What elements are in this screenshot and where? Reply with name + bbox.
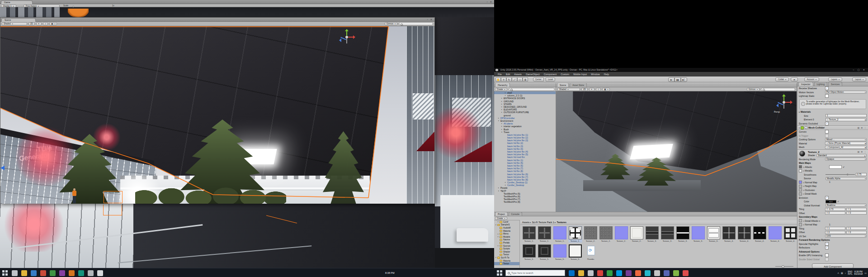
inspector-row[interactable]: Material None (Physic Material) xyxy=(797,142,868,146)
inspector-control[interactable]: Realtime xyxy=(826,204,867,207)
cloud-button[interactable]: ☁ xyxy=(791,77,798,81)
taskbar-clock[interactable]: 8:38 PM xyxy=(385,272,394,274)
tab-asset-store[interactable]: Asset Store xyxy=(570,83,587,87)
texture-asset[interactable]: Thumbs xyxy=(584,244,598,261)
inspector-control[interactable] xyxy=(829,165,867,169)
inspector-control[interactable] xyxy=(825,258,867,261)
taskbar-app-icon[interactable] xyxy=(31,270,37,276)
texture-asset[interactable]: Texture_5.. xyxy=(568,244,582,261)
scene-viewport[interactable]: TU/e Generator xyxy=(0,26,434,204)
folder-item[interactable]: Shader xyxy=(494,250,519,253)
taskbar-app-icon[interactable] xyxy=(645,270,651,276)
scene-viewport[interactable]: Persp xyxy=(556,91,797,212)
texture-asset[interactable]: Texture_2.. xyxy=(599,226,613,243)
add-component-button[interactable]: Add Component xyxy=(812,263,854,268)
menu-item[interactable]: Window xyxy=(589,73,602,76)
folder-item[interactable]: Materia xyxy=(494,259,519,263)
inspector-row[interactable]: Smoothness 0.75 xyxy=(797,173,868,177)
taskbar-clock[interactable]: 8:38 PM 8/2/2018 xyxy=(854,271,863,276)
tab-hierarchy[interactable]: Hierarchy xyxy=(495,83,510,87)
taskbar-app-icon[interactable] xyxy=(59,270,65,276)
inspector-row[interactable]: Offset 0 0 xyxy=(797,230,868,234)
inspector-row[interactable]: Is Trigger xyxy=(797,134,868,138)
network-icon[interactable]: ▦ xyxy=(841,272,843,274)
folder-item[interactable]: Prefab xyxy=(494,241,519,244)
unity-title-bar[interactable]: Unity 2018.2.0f1 Personal (64bit) - Osma… xyxy=(494,68,868,72)
inspector-row[interactable]: Global Illuminati Realtime xyxy=(797,204,868,208)
transform-tool-button[interactable]: ▭ xyxy=(517,77,523,81)
menu-item[interactable]: Custom xyxy=(559,73,571,76)
hierarchy-item[interactable]: TextMeshPro (8) xyxy=(494,201,556,203)
texture-asset[interactable]: Texture_5.. xyxy=(538,244,552,261)
inspector-row[interactable]: UV Set UV0 xyxy=(797,234,868,239)
layout-dropdown[interactable]: Layout xyxy=(852,77,866,81)
taskbar-app-icon[interactable] xyxy=(664,270,670,276)
toggle-2d-button[interactable]: 2D xyxy=(28,22,35,25)
inspector-row[interactable]: Lightmap Static xyxy=(797,94,868,98)
inspector-control[interactable]: 0 0 xyxy=(825,231,867,234)
folder-item[interactable]: Navme xyxy=(494,239,519,242)
breadcrumb-item[interactable]: Assets xyxy=(522,221,531,224)
inspector-control[interactable]: Component_42 xyxy=(825,146,867,149)
taskbar-app-icon[interactable] xyxy=(683,270,689,276)
inspector-row[interactable]: Occlusion xyxy=(797,188,868,192)
texture-asset[interactable]: Texture_3.. xyxy=(691,226,705,243)
inspector-control[interactable]: -0.73 1 xyxy=(825,208,867,211)
taskbar-app-icon[interactable] xyxy=(50,270,56,276)
inspector-control[interactable]: HDR xyxy=(826,200,867,203)
inspector-control[interactable] xyxy=(825,253,867,257)
inspector-control[interactable]: UV0 xyxy=(825,234,867,238)
texture-asset[interactable]: Texture_4.. xyxy=(737,226,751,243)
tab-lighting[interactable]: Lighting xyxy=(814,82,828,86)
texture-asset[interactable]: Texture_1.. xyxy=(568,226,582,243)
folder-item[interactable]: Materia xyxy=(494,229,519,233)
texture-asset[interactable]: Texture_5.. xyxy=(553,244,567,261)
taskbar-app-icon[interactable] xyxy=(78,270,84,276)
inspector-control[interactable]: 1 xyxy=(829,181,867,183)
shader-dropdown[interactable]: Standard xyxy=(816,154,867,157)
shading-mode-dropdown[interactable]: Shaded xyxy=(557,88,580,91)
notification-icon[interactable]: ▭ xyxy=(864,272,867,274)
texture-asset[interactable]: Texture_3.. xyxy=(660,226,675,243)
step-button[interactable]: ▶▏ xyxy=(681,77,687,82)
taskbar-app-icon[interactable] xyxy=(673,270,679,276)
inspector-control[interactable]: 1 1 xyxy=(825,227,867,230)
hierarchy-search-input[interactable] xyxy=(509,88,555,91)
taskbar-app-icon[interactable] xyxy=(626,270,632,276)
inspector-row[interactable]: Motion Vectors Per Object Motion xyxy=(797,91,868,95)
scene-search-input[interactable] xyxy=(399,22,433,25)
aspect-ratio-dropdown[interactable]: Free Aspect xyxy=(24,5,60,7)
pivot-toggle[interactable]: Center xyxy=(533,77,544,81)
tab-scene[interactable]: Scene xyxy=(1,18,36,22)
perspective-label[interactable]: Persp xyxy=(774,110,780,113)
inspector-control[interactable]: None (Physic Material) xyxy=(825,142,867,145)
taskbar-search-input[interactable]: Type here to search xyxy=(505,270,565,276)
inspector-row[interactable]: Detail Albedo x: xyxy=(797,219,868,223)
inspector-control[interactable] xyxy=(825,196,867,200)
inspector-control[interactable]: Opaque xyxy=(825,158,867,161)
inspector-row[interactable]: Offset 0 0 xyxy=(797,211,868,215)
taskbar-app-icon[interactable] xyxy=(88,270,94,276)
inspector-row[interactable]: Tiling -0.73 1 xyxy=(797,207,868,211)
tab-services[interactable]: Services xyxy=(828,82,842,86)
inspector-row[interactable]: Enable GPU Instancing xyxy=(797,253,868,258)
inspector-control[interactable] xyxy=(825,130,867,134)
transform-tool-button[interactable]: ✛ xyxy=(501,77,506,81)
texture-asset[interactable]: Texture_3.. xyxy=(707,226,721,243)
inspector-row[interactable]: Cooking Options Mixed ... xyxy=(797,138,868,142)
tab-console[interactable]: Console xyxy=(509,212,522,216)
folder-item[interactable]: ▸ Menu xyxy=(494,232,519,235)
menu-item[interactable]: GameObject xyxy=(524,73,542,76)
folder-item[interactable]: ▾ Sci-Fi Te xyxy=(494,256,519,259)
menu-item[interactable]: File xyxy=(496,73,504,76)
menu-item[interactable]: Help xyxy=(602,73,611,76)
texture-asset[interactable]: Texture_1.. xyxy=(522,226,536,243)
inspector-row[interactable]: Normal Map 1 xyxy=(797,181,868,185)
menu-item[interactable]: Mobile Input xyxy=(571,73,589,76)
texture-asset[interactable]: Texture_3.. xyxy=(676,226,690,243)
pause-button[interactable]: ▮▮ xyxy=(675,77,681,82)
inspector-control[interactable] xyxy=(825,242,867,246)
inspector-row[interactable]: Tiling 1 1 xyxy=(797,227,868,231)
menu-item[interactable]: Assets xyxy=(512,73,524,76)
inspector-row[interactable]: Secondary Maps xyxy=(797,215,868,219)
